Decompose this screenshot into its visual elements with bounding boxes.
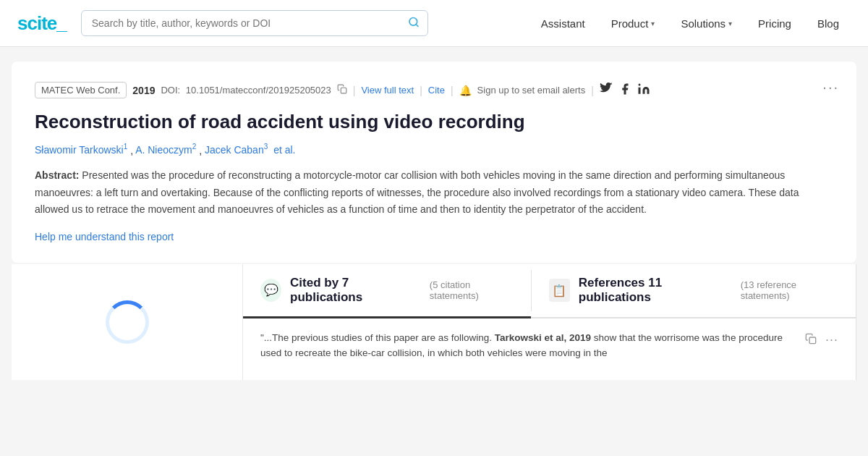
nav-blog[interactable]: Blog — [806, 12, 851, 35]
solutions-chevron-icon: ▾ — [728, 20, 732, 28]
citation-row: "...The previous studies of this paper a… — [260, 330, 838, 361]
meta-divider-1: | — [353, 85, 356, 96]
search-icon — [408, 17, 420, 30]
author-tarkowski-sup: 1 — [124, 143, 128, 151]
author-nieoczym[interactable]: A. Nieoczym2 — [135, 144, 199, 156]
cited-by-icon: 💬 — [260, 279, 281, 302]
main-content: ··· MATEC Web Conf. 2019 DOI: 10.1051/ma… — [0, 47, 868, 394]
product-chevron-icon: ▾ — [651, 20, 655, 28]
paper-card: ··· MATEC Web Conf. 2019 DOI: 10.1051/ma… — [12, 62, 856, 263]
meta-divider-2: | — [420, 85, 422, 96]
search-bar — [81, 10, 428, 36]
et-al-link[interactable]: et al. — [273, 144, 295, 156]
abstract-label: Abstract: — [35, 169, 79, 181]
nav-solutions[interactable]: Solutions ▾ — [669, 12, 744, 35]
citation-quote: "...The previous studies of this paper a… — [260, 330, 793, 361]
paper-doi: DOI: 10.1051/matecconf/201925205023 — [161, 85, 331, 96]
twitter-icon[interactable] — [600, 83, 613, 98]
svg-rect-5 — [809, 337, 816, 344]
svg-point-4 — [638, 83, 640, 85]
author-tarkowski[interactable]: Sławomir Tarkowski1 — [35, 144, 130, 156]
references-tab[interactable]: 📋 References 11 publications (13 referen… — [532, 264, 856, 317]
paper-title: Reconstruction of road accident using vi… — [35, 110, 833, 135]
nav-product[interactable]: Product ▾ — [600, 12, 667, 35]
linkedin-icon[interactable] — [637, 83, 650, 98]
svg-rect-2 — [341, 88, 346, 93]
bottom-section: 💬 Cited by 7 publications (5 citation st… — [12, 264, 856, 380]
main-nav: Assistant Product ▾ Solutions ▾ Pricing … — [529, 12, 851, 35]
citations-panel: 💬 Cited by 7 publications (5 citation st… — [243, 264, 856, 380]
references-sub: (13 reference statements) — [741, 279, 838, 301]
meta-divider-3: | — [451, 85, 454, 96]
spinner-panel — [12, 264, 243, 380]
view-full-text-link[interactable]: View full text — [361, 85, 414, 96]
cited-by-tab[interactable]: 💬 Cited by 7 publications (5 citation st… — [243, 264, 531, 318]
references-icon: 📋 — [549, 279, 570, 302]
paper-abstract: Abstract: Presented was the procedure of… — [35, 167, 833, 217]
paper-authors: Sławomir Tarkowski1 , A. Nieoczym2 , Jac… — [35, 143, 833, 156]
nav-assistant[interactable]: Assistant — [529, 12, 597, 35]
copy-citation-icon[interactable] — [802, 330, 820, 350]
references-label: References 11 publications — [579, 276, 723, 305]
meta-divider-4: | — [591, 85, 594, 96]
facebook-icon[interactable] — [618, 83, 631, 98]
social-links — [600, 83, 650, 98]
abstract-text: Presented was the procedure of reconstru… — [35, 169, 799, 214]
citation-more-button[interactable]: ··· — [825, 332, 838, 347]
author-nieoczym-sup: 2 — [192, 143, 197, 151]
svg-line-1 — [416, 25, 418, 27]
header: scite_ Assistant Product ▾ Solutions ▾ P… — [0, 0, 868, 47]
cited-by-label: Cited by 7 publications — [290, 276, 412, 305]
paper-meta: MATEC Web Conf. 2019 DOI: 10.1051/matecc… — [35, 82, 833, 98]
citation-bold-text: Tarkowski et al, 2019 — [495, 332, 591, 343]
help-link[interactable]: Help me understand this report — [35, 231, 174, 242]
search-input[interactable] — [81, 10, 428, 36]
bell-icon: 🔔 — [459, 85, 472, 96]
tabs-bar: 💬 Cited by 7 publications (5 citation st… — [243, 264, 856, 318]
author-caban[interactable]: Jacek Caban3 — [205, 144, 271, 156]
alert-text: Sign up to set email alerts — [477, 85, 586, 96]
citation-content: "...The previous studies of this paper a… — [243, 318, 856, 373]
more-options-button[interactable]: ··· — [822, 79, 839, 96]
cited-by-sub: (5 citation statements) — [430, 279, 514, 301]
logo[interactable]: scite_ — [17, 12, 67, 35]
copy-doi-icon[interactable] — [337, 84, 347, 96]
svg-rect-3 — [638, 87, 640, 93]
author-caban-sup: 3 — [264, 143, 268, 151]
paper-year: 2019 — [132, 85, 155, 96]
nav-pricing[interactable]: Pricing — [746, 12, 803, 35]
cite-link[interactable]: Cite — [428, 85, 445, 96]
citation-actions: ··· — [802, 330, 838, 350]
loading-spinner — [106, 300, 149, 344]
venue-badge: MATEC Web Conf. — [35, 82, 127, 98]
